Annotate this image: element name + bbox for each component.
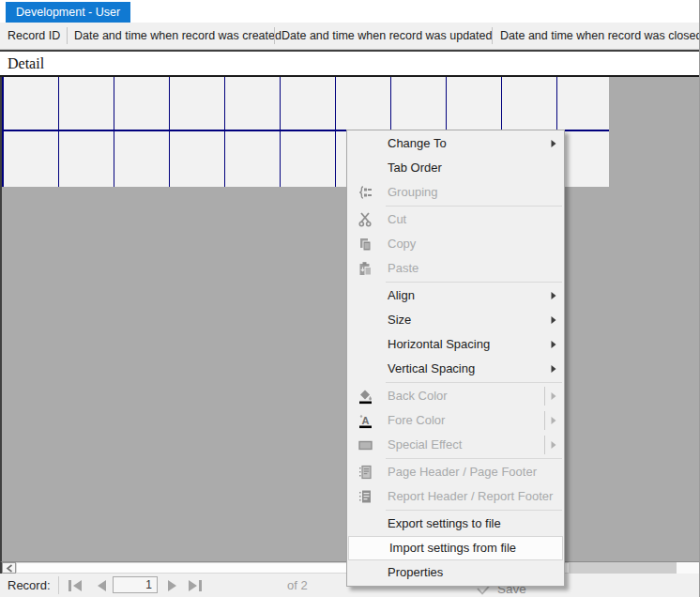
column-separator bbox=[274, 27, 275, 44]
menu-item-cut: Cut bbox=[347, 207, 564, 232]
menu-item-horizontal-spacing[interactable]: Horizontal Spacing bbox=[347, 332, 564, 357]
menu-separator bbox=[386, 282, 562, 283]
column-separator bbox=[67, 27, 68, 44]
column-separator bbox=[492, 27, 493, 44]
report-header-footer-icon bbox=[355, 484, 375, 509]
detail-band-header[interactable]: Detail bbox=[0, 52, 700, 77]
back-color-icon bbox=[355, 384, 375, 408]
divider bbox=[58, 576, 59, 594]
menu-item-import-settings[interactable]: Import settings from file bbox=[348, 536, 563, 560]
menu-item-paste: Paste bbox=[347, 256, 564, 281]
menu-item-special-effect: Special Effect bbox=[347, 433, 564, 457]
context-menu: Change To Tab Order Grouping bbox=[346, 130, 565, 587]
svg-text:A: A bbox=[361, 414, 369, 425]
fore-color-icon: A bbox=[355, 408, 375, 433]
menu-item-fore-color: A Fore Color bbox=[347, 408, 564, 433]
record-count-label: of 2 bbox=[287, 574, 308, 597]
menu-separator bbox=[386, 510, 562, 511]
menu-separator bbox=[386, 382, 562, 383]
field-header-created[interactable]: Date and time when record was created bbox=[74, 23, 282, 49]
previous-record-button[interactable] bbox=[92, 577, 111, 593]
menu-item-size[interactable]: Size bbox=[347, 308, 564, 332]
band-label: Detail bbox=[0, 52, 700, 75]
menu-separator bbox=[386, 458, 562, 459]
divider bbox=[544, 436, 545, 454]
field-header-closed[interactable]: Date and time when record was closed bbox=[500, 23, 700, 49]
first-record-button[interactable] bbox=[66, 577, 84, 593]
menu-separator bbox=[386, 206, 562, 207]
next-record-button[interactable] bbox=[163, 577, 182, 593]
field-header-updated[interactable]: Date and time when record was updated bbox=[282, 23, 492, 49]
submenu-arrow-icon bbox=[551, 365, 556, 374]
last-record-icon bbox=[188, 579, 204, 592]
menu-item-copy: Copy bbox=[347, 232, 564, 256]
next-record-icon bbox=[167, 579, 178, 592]
menu-item-grouping: Grouping bbox=[347, 180, 564, 205]
menu-item-align[interactable]: Align bbox=[347, 283, 564, 308]
copy-icon bbox=[355, 232, 375, 256]
menu-item-vertical-spacing[interactable]: Vertical Spacing bbox=[347, 357, 564, 381]
special-effect-icon bbox=[355, 433, 375, 457]
menu-item-change-to[interactable]: Change To bbox=[347, 131, 564, 156]
previous-record-icon bbox=[96, 579, 107, 592]
last-record-button[interactable] bbox=[186, 577, 205, 593]
menu-item-back-color: Back Color bbox=[347, 384, 564, 408]
menu-item-report-header-footer: Report Header / Report Footer bbox=[347, 484, 564, 509]
submenu-arrow-icon bbox=[551, 341, 556, 349]
submenu-arrow-icon bbox=[551, 392, 556, 401]
scroll-left-button[interactable] bbox=[2, 562, 16, 574]
field-header-record-id[interactable]: Record ID bbox=[8, 23, 60, 49]
menu-item-page-header-footer: Page Header / Page Footer bbox=[347, 460, 564, 484]
cut-icon bbox=[355, 207, 375, 232]
scrollbar-thumb[interactable] bbox=[570, 562, 677, 574]
submenu-arrow-icon bbox=[551, 417, 556, 425]
record-label: Record: bbox=[8, 574, 51, 597]
tab-bar: Development - User bbox=[0, 0, 700, 23]
submenu-arrow-icon bbox=[551, 292, 556, 300]
paste-icon bbox=[355, 256, 375, 281]
submenu-arrow-icon bbox=[551, 316, 556, 325]
tab-development-user[interactable]: Development - User bbox=[6, 2, 130, 23]
chevron-left-icon bbox=[6, 564, 13, 573]
field-header-row: Record ID Date and time when record was … bbox=[0, 23, 700, 50]
submenu-arrow-icon bbox=[551, 441, 556, 450]
menu-item-properties[interactable]: Properties bbox=[347, 560, 564, 585]
submenu-arrow-icon bbox=[551, 140, 556, 148]
menu-item-export-settings[interactable]: Export settings to file bbox=[347, 512, 564, 536]
report-designer-window: Development - User Record ID Date and ti… bbox=[0, 0, 700, 597]
current-record-input[interactable] bbox=[113, 576, 158, 593]
grouping-icon bbox=[355, 180, 375, 205]
first-record-icon bbox=[68, 579, 84, 592]
menu-item-tab-order[interactable]: Tab Order bbox=[347, 156, 564, 180]
divider bbox=[544, 411, 545, 430]
page-header-footer-icon bbox=[355, 460, 375, 484]
divider bbox=[544, 387, 545, 406]
